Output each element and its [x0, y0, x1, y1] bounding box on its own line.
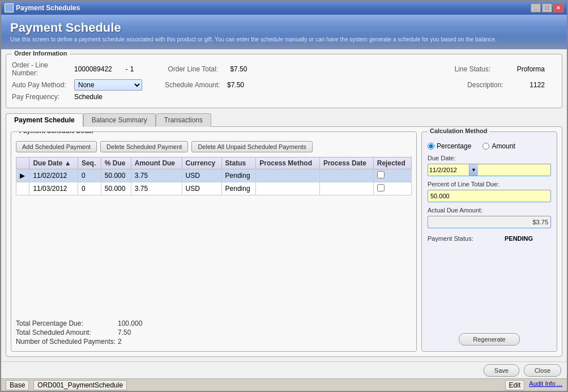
edit-segment: Edit: [505, 380, 525, 390]
program-value: ORD001_PaymentSchedule: [37, 381, 123, 389]
order-info-group: Order Information Order - Line Number: 1…: [6, 54, 562, 108]
cell-status: Pending: [221, 182, 256, 195]
order-row-1: Order - Line Number: 1000089422 - 1 Orde…: [12, 61, 556, 77]
audit-info-link[interactable]: Audit Info ...: [529, 380, 562, 390]
summary-section: Total Percentage Due: 100.000 Total Sche…: [16, 319, 412, 347]
regenerate-button[interactable]: Regenerate: [459, 333, 520, 346]
close-button[interactable]: Close: [524, 364, 561, 377]
row-arrow: ▶: [16, 169, 29, 182]
calc-spacer: [428, 246, 551, 324]
schedule-detail-panel: Payment Schedule Detail Add Scheduled Pa…: [11, 131, 417, 352]
cell-process-date: [319, 169, 373, 182]
actual-due-input: [428, 216, 551, 228]
rejected-checkbox[interactable]: [377, 171, 385, 178]
pct-line-total-input[interactable]: [428, 190, 551, 202]
rejected-checkbox[interactable]: [377, 184, 385, 191]
pay-frequency-value: Schedule: [74, 93, 103, 101]
col-header-status[interactable]: Status: [221, 157, 256, 169]
table-row[interactable]: ▶11/02/2012050.0003.75USDPending: [16, 169, 412, 182]
order-info-title: Order Information: [12, 50, 70, 57]
content-area: Order Information Order - Line Number: 1…: [1, 49, 567, 361]
tabs-container: Payment Schedule Balance Summary Transac…: [6, 113, 562, 357]
description-label: Description:: [467, 81, 529, 89]
cell-rejected[interactable]: [373, 169, 411, 182]
order-line-value: 1: [130, 65, 134, 73]
cell-currency: USD: [182, 182, 221, 195]
col-header-seq[interactable]: Seq.: [78, 157, 101, 169]
cell-rejected[interactable]: [373, 182, 411, 195]
due-date-field-row: Due Date: ▼: [428, 155, 551, 176]
cell-process-method: [256, 169, 320, 182]
total-amt-label: Total Scheduled Amount:: [16, 329, 118, 336]
main-window: Payment Schedules _ □ ✕ Payment Schedule…: [0, 0, 568, 392]
pct-line-total-label: Percent of Line Total Due:: [428, 181, 551, 188]
delete-all-unpaid-button[interactable]: Delete All Unpaid Scheduled Payments: [191, 141, 312, 152]
maximize-button[interactable]: □: [542, 3, 552, 12]
total-amt-value: 7.50: [118, 329, 131, 336]
radio-percentage[interactable]: Percentage: [428, 142, 471, 150]
auto-pay-dropdown[interactable]: None Credit Card ACH Check: [74, 79, 142, 91]
tab-balance-summary[interactable]: Balance Summary: [83, 113, 156, 127]
col-header-currency[interactable]: Currency: [182, 157, 221, 169]
num-payments-row: Number of Scheduled Payments: 2: [16, 338, 412, 346]
total-pct-label: Total Percentage Due:: [16, 319, 118, 327]
cell-pct-due: 50.000: [101, 169, 131, 182]
window-icon: [5, 3, 14, 12]
cell-due-date: 11/02/2012: [29, 169, 78, 182]
page-subtitle: Use this screen to define a payment sche…: [10, 36, 558, 42]
order-row-3: Pay Frequency: Schedule: [12, 93, 556, 101]
radio-percentage-label: Percentage: [437, 142, 471, 150]
col-header-process-method[interactable]: Process Method: [256, 157, 320, 169]
titlebar-buttons: _ □ ✕: [531, 3, 563, 12]
tab-transactions[interactable]: Transactions: [156, 113, 211, 127]
line-status-value: Proforma: [517, 65, 545, 73]
due-date-label: Due Date:: [428, 155, 551, 161]
action-buttons: Add Scheduled Payment Delete Scheduled P…: [16, 141, 412, 152]
radio-amount[interactable]: Amount: [482, 142, 515, 150]
titlebar: Payment Schedules _ □ ✕: [1, 1, 567, 15]
col-header-due-date[interactable]: Due Date ▲: [29, 157, 78, 169]
schedule-table: Due Date ▲ Seq. % Due Amount Due Currenc…: [16, 157, 412, 195]
due-date-field[interactable]: ▼: [428, 164, 551, 176]
delete-scheduled-payment-button[interactable]: Delete Scheduled Payment: [100, 141, 188, 152]
order-info: Order - Line Number: 1000089422 - 1 Orde…: [12, 61, 556, 101]
col-header-amount-due[interactable]: Amount Due: [131, 157, 182, 169]
pay-frequency-label: Pay Frequency:: [12, 93, 74, 101]
schedule-amount-value: $7.50: [227, 81, 244, 89]
cell-status: Pending: [221, 169, 256, 182]
payment-status-label: Payment Status:: [428, 235, 501, 242]
due-date-input[interactable]: [429, 167, 469, 173]
header-area: Payment Schedule Use this screen to defi…: [1, 15, 567, 49]
radio-percentage-input[interactable]: [428, 143, 434, 150]
calc-panel: Calculation Method Percentage Amount Due…: [421, 131, 557, 352]
radio-row: Percentage Amount: [428, 142, 551, 150]
add-scheduled-payment-button[interactable]: Add Scheduled Payment: [16, 141, 97, 152]
save-button[interactable]: Save: [484, 364, 519, 377]
close-window-button[interactable]: ✕: [553, 3, 563, 12]
base-label: Base: [10, 381, 25, 389]
col-header-rejected[interactable]: Rejected: [373, 157, 411, 169]
radio-amount-label: Amount: [492, 142, 515, 150]
tab-payment-schedule[interactable]: Payment Schedule: [6, 113, 83, 127]
due-date-dropdown-arrow[interactable]: ▼: [469, 164, 478, 176]
table-row[interactable]: 11/03/2012050.0003.75USDPending: [16, 182, 412, 195]
payment-status-value: PENDING: [505, 235, 533, 242]
line-total-value: $7.50: [230, 65, 247, 73]
line-status-label: Line Status:: [455, 65, 517, 73]
cell-due-date: 11/03/2012: [29, 182, 78, 195]
table-header-row: Due Date ▲ Seq. % Due Amount Due Currenc…: [16, 157, 412, 169]
regenerate-btn-row: Regenerate: [428, 333, 551, 346]
col-header-pct-due[interactable]: % Due: [101, 157, 131, 169]
total-amt-row: Total Scheduled Amount: 7.50: [16, 329, 412, 336]
status-right: Edit Audit Info ...: [505, 380, 562, 390]
cell-seq: 0: [78, 182, 101, 195]
minimize-button[interactable]: _: [531, 3, 541, 12]
page-title: Payment Schedule: [10, 20, 558, 35]
cell-currency: USD: [182, 169, 221, 182]
cell-pct-due: 50.000: [101, 182, 131, 195]
col-header-process-date[interactable]: Process Date: [319, 157, 373, 169]
radio-amount-input[interactable]: [482, 143, 489, 150]
num-payments-label: Number of Scheduled Payments:: [16, 338, 118, 346]
schedule-detail-title: Payment Schedule Detail: [17, 131, 96, 134]
order-row-2: Auto Pay Method: None Credit Card ACH Ch…: [12, 79, 556, 91]
